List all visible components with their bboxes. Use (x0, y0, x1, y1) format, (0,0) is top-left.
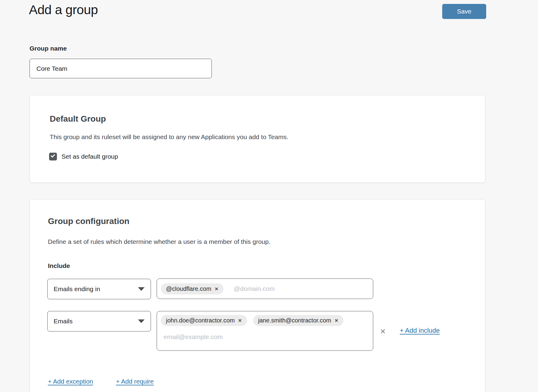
group-configuration-title: Group configuration (48, 216, 130, 226)
chip-text: john.doe@contractor.com (166, 317, 235, 324)
rule-1-placeholder: @domain.com (234, 285, 275, 292)
group-name-input[interactable] (30, 59, 212, 78)
chevron-down-icon (138, 319, 145, 323)
add-exception-link[interactable]: + Add exception (48, 378, 93, 385)
rule-2-placeholder: email@example.com (164, 333, 223, 340)
chip-text: @cloudflare.com (166, 285, 211, 292)
group-configuration-card: Group configuration Define a set of rule… (30, 199, 485, 392)
group-configuration-description: Define a set of rules which determine wh… (48, 238, 271, 245)
add-include-link[interactable]: + Add include (400, 327, 440, 334)
rule-1-value-input[interactable]: @cloudflare.com ✕ @domain.com (157, 278, 373, 299)
set-default-group-label: Set as default group (61, 153, 118, 160)
rule-2-value-input[interactable]: john.doe@contractor.com ✕ jane.smith@con… (157, 311, 373, 351)
chip-remove-icon[interactable]: ✕ (238, 318, 242, 323)
rule-2-selector-dropdown[interactable]: Emails (47, 311, 151, 331)
set-default-group-checkbox-row[interactable]: Set as default group (49, 153, 118, 160)
rule-1-selector-dropdown[interactable]: Emails ending in (47, 279, 151, 299)
include-label: Include (48, 262, 70, 269)
page-title: Add a group (29, 2, 98, 17)
remove-rule-icon[interactable]: × (377, 325, 389, 338)
chevron-down-icon (138, 287, 145, 291)
rule-2-chips-line: john.doe@contractor.com ✕ jane.smith@con… (161, 315, 369, 326)
rule-2-selector-value: Emails (54, 318, 138, 325)
default-group-description: This group and its ruleset will be assig… (50, 133, 288, 141)
default-group-card: Default Group This group and its ruleset… (30, 95, 485, 183)
email-domain-chip: @cloudflare.com ✕ (161, 283, 224, 294)
email-chip: john.doe@contractor.com ✕ (161, 315, 247, 326)
chip-remove-icon[interactable]: ✕ (334, 318, 338, 323)
default-group-title: Default Group (50, 114, 106, 124)
chip-remove-icon[interactable]: ✕ (214, 287, 218, 291)
add-require-link[interactable]: + Add require (116, 378, 154, 385)
chip-text: jane.smith@contractor.com (258, 317, 331, 324)
checkmark-icon (51, 153, 55, 158)
checkbox-checked-icon[interactable] (49, 153, 57, 160)
save-button[interactable]: Save (442, 4, 486, 19)
rule-1-selector-value: Emails ending in (54, 285, 138, 293)
email-chip: jane.smith@contractor.com ✕ (253, 315, 343, 326)
group-name-label: Group name (30, 45, 67, 52)
add-group-page: Add a group Save Group name Default Grou… (0, 0, 538, 392)
rule-2-placeholder-line: email@example.com (161, 333, 369, 341)
